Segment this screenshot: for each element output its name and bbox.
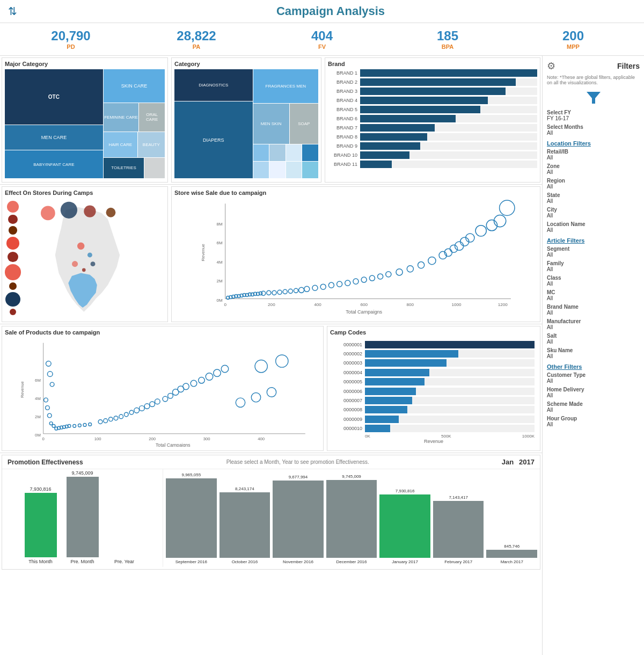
mc-filter[interactable]: MC All bbox=[547, 289, 640, 301]
kpi-row: 20,790 PD 28,822 PA 404 FV 185 BPA 200 M… bbox=[0, 23, 644, 56]
brand-label: BRAND 11 bbox=[328, 162, 357, 167]
svg-point-128 bbox=[276, 355, 288, 367]
cat-diapers: DIAPERS bbox=[174, 101, 253, 178]
svg-text:2M: 2M bbox=[216, 279, 223, 283]
brand-label: BRAND 9 bbox=[328, 143, 357, 149]
svg-point-101 bbox=[89, 423, 92, 426]
brand-row: BRAND 7 bbox=[328, 124, 537, 132]
treemap-skin-care: SKIN CARE bbox=[104, 69, 165, 103]
retail-filter[interactable]: Retail/IB All bbox=[547, 149, 640, 161]
svg-point-114 bbox=[163, 396, 168, 402]
brand-bar-wrap bbox=[360, 133, 537, 141]
brand-label: BRAND 2 bbox=[328, 79, 357, 85]
hour-group-filter[interactable]: Hour Group All bbox=[547, 416, 640, 427]
svg-text:200: 200 bbox=[268, 302, 275, 307]
brand-bar-wrap bbox=[360, 115, 537, 122]
brand-label: BRAND 1 bbox=[328, 70, 357, 76]
sort-icon: ⇅ bbox=[8, 5, 17, 18]
promotion-month: Jan bbox=[502, 458, 514, 466]
location-name-filter[interactable]: Location Name All bbox=[547, 221, 640, 233]
brand-bar bbox=[360, 115, 456, 122]
svg-point-84 bbox=[44, 398, 48, 402]
camp-code-label: 0000003 bbox=[333, 360, 362, 366]
svg-text:Total Campaigns: Total Campaigns bbox=[346, 309, 382, 315]
brand-bar-wrap bbox=[360, 106, 537, 113]
filter-funnel-icon[interactable] bbox=[547, 90, 640, 107]
camp-bar-wrap bbox=[365, 369, 535, 376]
camp-code-label: 0000008 bbox=[333, 407, 362, 412]
promo-bar-value: 7,930,816 bbox=[396, 489, 415, 493]
cat-grid bbox=[253, 144, 318, 178]
major-category-title: Major Category bbox=[5, 61, 165, 67]
promo-bar bbox=[433, 501, 484, 558]
svg-point-99 bbox=[78, 424, 81, 427]
home-delivery-filter[interactable]: Home Delivery All bbox=[547, 387, 640, 398]
svg-point-63 bbox=[450, 245, 457, 252]
brand-title: Brand bbox=[328, 61, 537, 67]
svg-point-58 bbox=[407, 266, 413, 272]
location-name-label: Location Name bbox=[547, 221, 640, 227]
kpi-fv: 404 FV bbox=[259, 28, 385, 50]
promo-bar-label: October 2016 bbox=[232, 559, 258, 564]
camp-codes-chart: 0000001000000200000030000004000000500000… bbox=[330, 338, 537, 447]
promo-bar-value: 8,243,174 bbox=[235, 486, 254, 491]
brand-bar bbox=[360, 78, 516, 86]
camp-bar-wrap bbox=[365, 341, 535, 348]
cat-fragrances: FRAGRANCES MEN bbox=[253, 69, 318, 103]
camp-bar-row: 0000003 bbox=[333, 359, 535, 367]
select-months[interactable]: Select Months All bbox=[547, 124, 640, 136]
manufacturer-label: Manufacturer bbox=[547, 318, 640, 324]
filter-settings-icon[interactable]: ⚙ bbox=[547, 60, 555, 72]
sidebar-header: ⚙ Filters bbox=[547, 60, 640, 72]
region-filter[interactable]: Region All bbox=[547, 178, 640, 190]
manufacturer-filter[interactable]: Manufacturer All bbox=[547, 318, 640, 330]
svg-point-48 bbox=[320, 284, 326, 289]
svg-text:4M: 4M bbox=[35, 396, 41, 401]
brand-bar bbox=[360, 97, 488, 104]
svg-point-45 bbox=[299, 287, 304, 293]
city-filter[interactable]: City All bbox=[547, 207, 640, 219]
family-value: All bbox=[547, 266, 640, 272]
svg-point-57 bbox=[396, 269, 402, 275]
camp-bar-row: 0000001 bbox=[333, 341, 535, 348]
svg-point-60 bbox=[428, 257, 436, 264]
zone-filter[interactable]: Zone All bbox=[547, 163, 640, 175]
sale-products-title: Sale of Products due to campaign bbox=[5, 329, 320, 336]
state-filter[interactable]: State All bbox=[547, 192, 640, 204]
store-wise-chart: 0M 2M 4M 6M 8M Revenue 0 200 400 600 bbox=[174, 198, 537, 318]
promo-bar bbox=[379, 494, 430, 558]
retail-value: All bbox=[547, 155, 640, 161]
brand-bar bbox=[360, 151, 409, 159]
svg-point-3 bbox=[82, 268, 86, 272]
brand-bar-wrap bbox=[360, 69, 537, 77]
class-filter[interactable]: Class All bbox=[547, 275, 640, 287]
brand-name-filter[interactable]: Brand Name All bbox=[547, 304, 640, 316]
family-filter[interactable]: Family All bbox=[547, 260, 640, 272]
svg-point-123 bbox=[221, 365, 229, 373]
camp-bar-row: 0000007 bbox=[333, 397, 535, 404]
salt-value: All bbox=[547, 339, 640, 345]
promotion-panel: Promotion Effectiveness Please select a … bbox=[2, 455, 540, 570]
cat-g2 bbox=[269, 144, 286, 161]
family-label: Family bbox=[547, 260, 640, 266]
svg-text:0M: 0M bbox=[216, 298, 223, 303]
camp-bar-wrap bbox=[365, 359, 535, 367]
cat-g4 bbox=[302, 144, 318, 161]
svg-point-42 bbox=[283, 289, 287, 294]
zone-value: All bbox=[547, 169, 640, 175]
select-months-label: Select Months bbox=[547, 124, 640, 130]
salt-filter[interactable]: Salt All bbox=[547, 333, 640, 345]
svg-text:1000: 1000 bbox=[452, 302, 462, 307]
promo-bar-value: 7,930,816 bbox=[30, 486, 51, 492]
select-fy[interactable]: Select FY FY 16-17 bbox=[547, 110, 640, 121]
sku-name-label: Sku Name bbox=[547, 347, 640, 353]
scheme-made-filter[interactable]: Scheme Made All bbox=[547, 401, 640, 413]
svg-text:400: 400 bbox=[258, 436, 265, 441]
svg-point-126 bbox=[267, 388, 276, 397]
customer-type-filter[interactable]: Customer Type All bbox=[547, 372, 640, 384]
bubble-8 bbox=[5, 292, 20, 307]
segment-filter[interactable]: Segment All bbox=[547, 246, 640, 258]
class-value: All bbox=[547, 281, 640, 287]
sku-name-filter[interactable]: Sku Name All bbox=[547, 347, 640, 359]
svg-text:6M: 6M bbox=[35, 378, 41, 383]
